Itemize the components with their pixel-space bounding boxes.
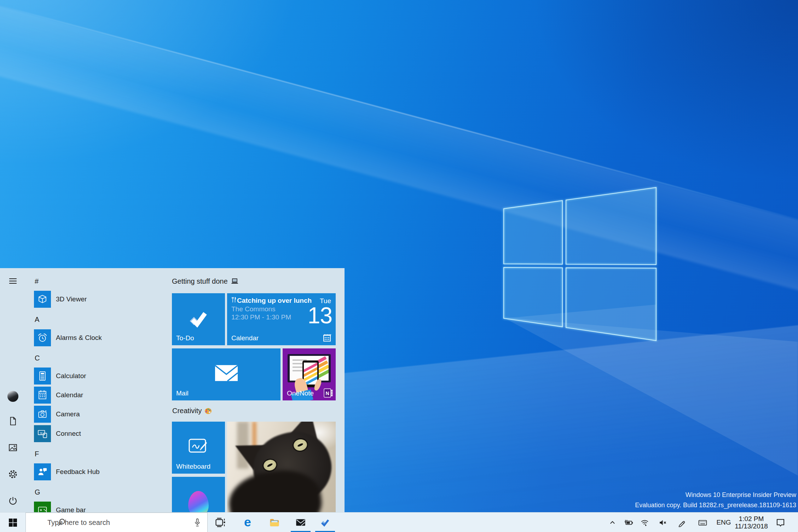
clock[interactable]: 1:02 PM 11/13/2018 [732,513,770,532]
app-label: Alarms & Clock [56,329,102,346]
edge-icon: e [241,516,254,529]
rail-menu-button[interactable] [4,272,21,289]
evaluation-watermark: Windows 10 Enterprise Insider Preview Ev… [635,490,796,510]
tile-photos[interactable] [227,422,336,512]
watermark-line2: Evaluation copy. Build 18282.rs_prerelea… [635,500,796,510]
calendar-day-number: 13 [308,302,332,329]
app-list-header-F[interactable]: F [34,444,168,464]
tray-volume-muted-button[interactable] [655,513,670,532]
windows-start-icon [8,518,17,527]
laptop-emoji [231,278,239,285]
clock-date: 11/13/2018 [735,522,768,530]
calendar-event-location: The Commons [231,305,316,313]
tile-todo-label: To-Do [176,334,194,342]
svg-text:N: N [325,391,329,396]
whiteboard-icon [188,438,209,455]
app-list-item-calculator[interactable]: Calculator [34,368,168,387]
viewer3d-icon [34,291,51,308]
mail-envelope-icon [215,365,238,382]
app-label: Calendar [56,387,83,404]
taskbar-todo-button[interactable] [314,513,336,532]
taskbar-edge-button[interactable]: e [236,513,259,532]
app-label: Camera [56,406,80,423]
tile-paint3d[interactable] [172,477,225,512]
group2-title: Creativity [172,407,202,415]
document-icon [8,416,18,426]
calendar-event-title: Catching up over lunch [231,296,316,305]
app-label: 3D Viewer [56,291,87,308]
tile-mail-label: Mail [176,389,189,397]
search-box[interactable]: Type here to search [25,513,208,532]
wifi-icon [640,518,649,527]
start-menu: #3D ViewerAAlarms & ClockCCalculatorCale… [0,268,345,512]
app-list-item-calendar[interactable]: Calendar [34,387,168,406]
app-list-header-#[interactable]: # [34,272,168,291]
watermark-line1: Windows 10 Enterprise Insider Preview [635,490,796,500]
app-list-item-alarms-clock[interactable]: Alarms & Clock [34,329,168,349]
onenote-logo-icon: N [324,388,333,398]
power-icon [8,496,18,505]
touch-keyboard-icon [698,518,707,527]
camera-icon [34,406,51,423]
palette-emoji [204,407,212,415]
task-view-icon [215,517,226,528]
feedback-icon [34,463,51,480]
rail-settings-button[interactable] [4,466,21,482]
app-list-item-3d-viewer[interactable]: 3D Viewer [34,291,168,310]
tile-whiteboard[interactable]: Whiteboard [172,422,225,474]
app-label: Feedback Hub [56,463,100,480]
tile-group-header-getting-stuff-done: Getting stuff done [172,277,239,285]
hidden-icons-chevron-icon [608,518,617,527]
tile-todo[interactable]: To-Do [172,293,225,345]
svg-text:e: e [244,516,251,529]
paint3d-balloon [188,491,209,512]
rail-documents-button[interactable] [4,412,21,429]
taskbar-file-explorer-button[interactable] [263,513,286,532]
tray-touch-keyboard-button[interactable] [695,513,710,532]
rail-power-button[interactable] [4,492,21,509]
app-label: Game bar [56,502,86,512]
start-button[interactable] [0,513,25,532]
settings-icon [8,469,18,479]
search-input[interactable]: Type here to search [47,519,110,527]
tile-calendar[interactable]: Catching up over lunch The Commons 12:30… [227,293,336,345]
tray-battery-button[interactable] [621,513,636,532]
pen-icon [677,518,687,527]
rail-user-button[interactable] [4,388,21,405]
calendar-event-time: 12:30 PM - 1:30 PM [231,313,316,321]
action-center-button[interactable] [772,513,789,532]
group1-title: Getting stuff done [172,277,228,285]
action-center-icon [776,518,785,527]
mail-icon [295,517,306,528]
app-list-item-feedback-hub[interactable]: Feedback Hub [34,463,168,483]
microphone-icon[interactable] [193,518,202,527]
tile-whiteboard-label: Whiteboard [176,463,210,470]
calendarapp-icon [34,387,51,404]
todo-check-icon [187,307,209,329]
tile-mail[interactable]: Mail [172,348,281,400]
rail-pictures-button[interactable] [4,439,21,456]
taskbar-task-view-button[interactable] [209,513,232,532]
tile-calendar-label: Calendar [231,334,259,342]
app-list-item-camera[interactable]: Camera [34,406,168,425]
app-list-item-connect[interactable]: Connect [34,425,168,445]
pictures-icon [8,443,18,452]
volume-muted-icon [658,518,667,527]
taskbar-mail-button[interactable] [289,513,312,532]
clock-time: 1:02 PM [739,515,764,522]
tile-group-header-creativity: Creativity [172,407,212,415]
connect-icon [34,425,51,442]
hamburger-icon [8,276,18,286]
language-indicator[interactable]: ENG [716,513,732,532]
app-list-item-game-bar[interactable]: Game bar [34,502,168,512]
app-list-header-C[interactable]: C [34,348,168,368]
tile-onenote[interactable]: OneNote N [283,348,336,400]
tray-pen-button[interactable] [675,513,689,532]
alarms-icon [34,329,51,346]
app-list-header-G[interactable]: G [34,482,168,502]
tray-hidden-icons-chevron-button[interactable] [605,513,619,532]
tray-wifi-button[interactable] [637,513,652,532]
fork-knife-icon [231,297,236,303]
app-list-header-A[interactable]: A [34,310,168,329]
app-label: Connect [56,425,81,442]
